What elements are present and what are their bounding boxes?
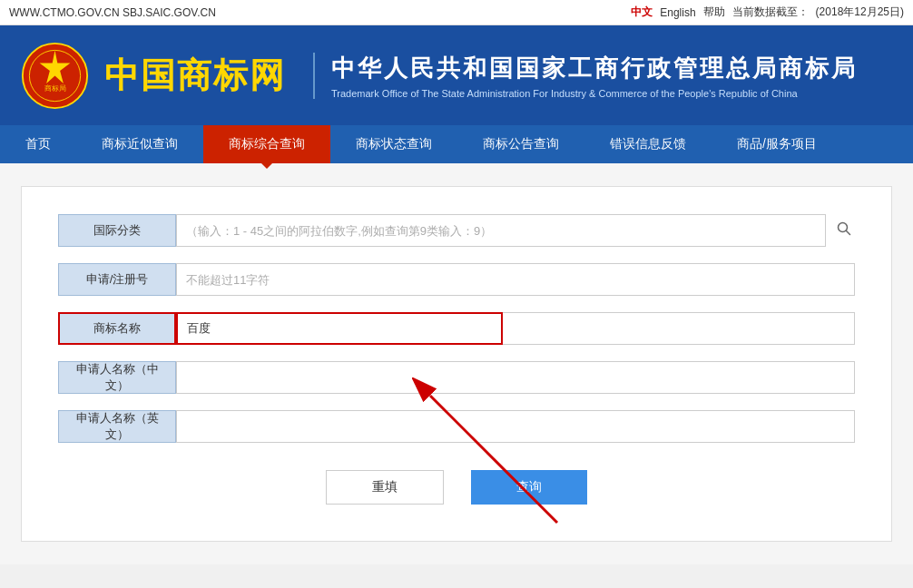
- nav-bar: 首页 商标近似查询 商标综合查询 商标状态查询 商标公告查询 错误信息反馈 商品…: [0, 125, 913, 163]
- nav-item-feedback[interactable]: 错误信息反馈: [584, 125, 712, 163]
- header-logo: 商标局 中国商标网: [18, 39, 286, 112]
- query-button[interactable]: 查询: [471, 470, 587, 505]
- reg-number-input[interactable]: [176, 263, 855, 296]
- header-right: 中华人民共和国国家工商行政管理总局商标局 Trademark Office of…: [313, 53, 858, 99]
- header: 商标局 中国商标网 中华人民共和国国家工商行政管理总局商标局 Trademark…: [0, 25, 913, 125]
- input-wrap-intl-class: [176, 214, 855, 247]
- form-row-intl-class: 国际分类: [58, 214, 855, 247]
- intl-class-input[interactable]: [176, 214, 826, 247]
- top-bar: WWW.CTMO.GOV.CN SBJ.SAIC.GOV.CN 中文 Engli…: [0, 0, 913, 25]
- search-icon: [837, 221, 851, 236]
- input-wrap-reg-number: [176, 263, 855, 296]
- date-value: (2018年12月25日): [816, 5, 904, 20]
- label-intl-class: 国际分类: [58, 214, 176, 247]
- input-wrap-applicant-cn: [176, 361, 855, 394]
- logo-text: 中国商标网: [104, 53, 286, 99]
- nav-item-home[interactable]: 首页: [0, 125, 76, 163]
- nav-item-status[interactable]: 商标状态查询: [330, 125, 457, 163]
- applicant-cn-input[interactable]: [176, 361, 855, 394]
- input-wrap-applicant-en: [176, 410, 855, 443]
- intl-class-search-button[interactable]: [833, 218, 855, 243]
- form-row-applicant-cn: 申请人名称（中文）: [58, 361, 855, 394]
- logo-emblem: 商标局: [18, 39, 91, 112]
- lang-zh-link[interactable]: 中文: [631, 5, 653, 20]
- form-row-reg-number: 申请/注册号: [58, 263, 855, 296]
- site-links: WWW.CTMO.GOV.CN SBJ.SAIC.GOV.CN: [9, 6, 216, 19]
- button-row: 重填 查询: [58, 470, 855, 505]
- label-trademark-name: 商标名称: [58, 312, 176, 345]
- main-content: 国际分类 申请/注册号 商标名称: [0, 163, 913, 564]
- date-label: 当前数据截至：: [732, 5, 809, 20]
- reset-button[interactable]: 重填: [326, 470, 444, 505]
- lang-en-link[interactable]: English: [660, 6, 695, 19]
- title-cn: 中华人民共和国国家工商行政管理总局商标局: [331, 53, 858, 84]
- nav-item-bulletin[interactable]: 商标公告查询: [457, 125, 584, 163]
- label-applicant-en: 申请人名称（英文）: [58, 410, 176, 443]
- svg-line-5: [847, 231, 850, 235]
- trademark-name-extra-input[interactable]: [503, 312, 855, 345]
- label-reg-number: 申请/注册号: [58, 263, 176, 296]
- form-row-applicant-en: 申请人名称（英文）: [58, 410, 855, 443]
- logo-title: 中国商标网: [104, 53, 286, 99]
- help-link[interactable]: 帮助: [703, 5, 725, 20]
- label-applicant-cn: 申请人名称（中文）: [58, 361, 176, 394]
- trademark-name-input[interactable]: [176, 312, 503, 345]
- top-bar-right: 中文 English 帮助 当前数据截至： (2018年12月25日): [631, 5, 904, 20]
- title-en: Trademark Office of The State Administra…: [331, 88, 858, 99]
- nav-item-comprehensive[interactable]: 商标综合查询: [203, 125, 330, 163]
- search-panel: 国际分类 申请/注册号 商标名称: [21, 186, 892, 542]
- nav-item-goods[interactable]: 商品/服务项目: [712, 125, 842, 163]
- applicant-en-input[interactable]: [176, 410, 855, 443]
- input-wrap-trademark-name: [176, 312, 855, 345]
- red-arrow-annotation: [412, 377, 594, 541]
- top-bar-sites: WWW.CTMO.GOV.CN SBJ.SAIC.GOV.CN: [9, 6, 216, 19]
- nav-item-similar[interactable]: 商标近似查询: [76, 125, 203, 163]
- svg-text:商标局: 商标局: [44, 83, 65, 93]
- form-row-trademark-name: 商标名称: [58, 312, 855, 345]
